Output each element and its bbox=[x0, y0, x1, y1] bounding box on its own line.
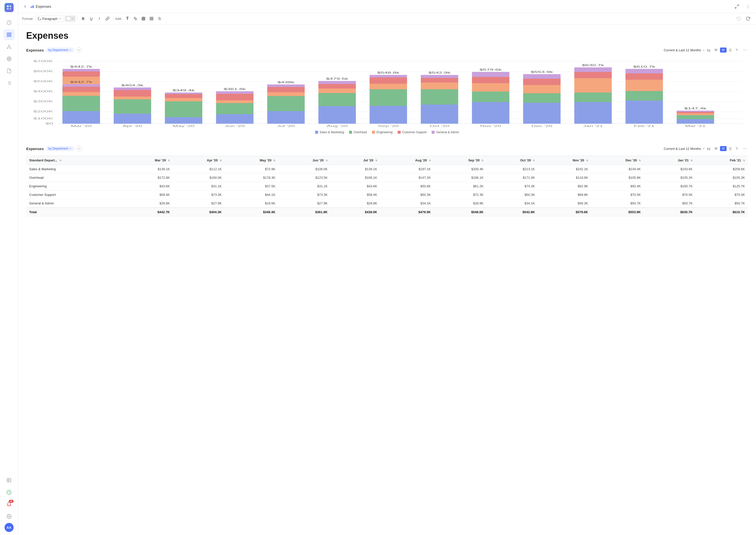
chart-filter-pill-1[interactable]: by Department bbox=[46, 47, 74, 53]
sidebar-item-network[interactable] bbox=[4, 41, 15, 52]
bar-group-apr20[interactable]: $404.3k Apr '20 bbox=[114, 84, 151, 127]
sidebar-item-settings[interactable] bbox=[4, 511, 15, 522]
legend-label-admin: General & Admin bbox=[436, 130, 459, 134]
app-logo[interactable] bbox=[5, 3, 14, 12]
col-header-feb21[interactable]: Feb '21 ⇅ bbox=[696, 156, 748, 165]
bar-group-jul20[interactable]: $438k Jul '20 bbox=[267, 81, 305, 127]
redo-btn[interactable] bbox=[744, 14, 752, 23]
bar-group-nov20[interactable]: $579.6k Nov '20 bbox=[472, 69, 509, 127]
svg-rect-87 bbox=[165, 93, 202, 94]
sidebar-item-target[interactable] bbox=[4, 53, 15, 64]
cell-value: $106.0K bbox=[278, 165, 331, 174]
col-header-oct20[interactable]: Oct '20 ⇅ bbox=[486, 156, 538, 165]
col-header-dept[interactable]: Standard Depart... ⇅ bbox=[26, 156, 121, 165]
period-w-1[interactable]: W bbox=[712, 47, 719, 53]
add-chart-btn[interactable] bbox=[132, 15, 139, 22]
bar-group-oct20[interactable]: $542.9k Oct '20 bbox=[421, 71, 458, 127]
period-q-1[interactable]: Q bbox=[727, 47, 733, 53]
bar-group-mar21[interactable]: $147.4k Mar '21 bbox=[677, 107, 714, 127]
svg-rect-26 bbox=[33, 5, 34, 8]
sidebar-item-notifications[interactable]: 22 bbox=[4, 499, 15, 510]
bar-group-may20[interactable]: $349.4k May '20 bbox=[165, 89, 202, 127]
cell-value: $105.2K bbox=[696, 174, 748, 182]
sidebar-item-list[interactable] bbox=[4, 77, 15, 89]
add-filter-btn-1[interactable]: + bbox=[76, 47, 82, 53]
svg-point-37 bbox=[159, 18, 161, 20]
underline-btn[interactable]: U bbox=[88, 15, 95, 22]
time-filter-label-2: Current & Last 12 Months bbox=[664, 147, 701, 151]
sidebar-item-analytics[interactable] bbox=[4, 29, 15, 40]
col-header-jan21[interactable]: Jan '21 ⇅ bbox=[644, 156, 696, 165]
chart-more-btn-2[interactable] bbox=[742, 146, 748, 152]
svg-rect-21 bbox=[7, 478, 11, 482]
col-header-apr20[interactable]: Apr '20 ⇅ bbox=[173, 156, 225, 165]
col-header-nov20[interactable]: Nov '20 ⇅ bbox=[538, 156, 591, 165]
svg-rect-99 bbox=[267, 92, 305, 96]
sidebar-item-dashboard[interactable] bbox=[4, 17, 15, 28]
legend-dot-overhead bbox=[349, 131, 352, 134]
format-bar-right bbox=[735, 14, 752, 23]
add-filter-btn-2[interactable]: + bbox=[76, 146, 82, 151]
cell-value: $123.5K bbox=[278, 174, 331, 182]
cell-total-value: $404.3K bbox=[173, 208, 225, 216]
period-q-2[interactable]: Q bbox=[727, 146, 733, 151]
sidebar-item-clock[interactable] bbox=[4, 487, 15, 498]
italic-btn[interactable]: I bbox=[96, 15, 103, 22]
add-grid-btn[interactable] bbox=[148, 15, 155, 22]
link-btn[interactable] bbox=[104, 15, 111, 22]
period-m-2[interactable]: M bbox=[720, 146, 727, 151]
main-content: Expenses Format: Paragraph bbox=[18, 0, 756, 535]
svg-rect-86 bbox=[165, 94, 202, 98]
bar-group-jan21[interactable]: $630.7k Jan '21 bbox=[574, 64, 612, 127]
col-header-jul20[interactable]: Jul '20 ⇅ bbox=[331, 156, 380, 165]
by-label-1: by bbox=[707, 48, 711, 52]
chart-more-btn-1[interactable] bbox=[742, 47, 748, 53]
cell-value: $31.1K bbox=[278, 182, 331, 190]
period-y-2[interactable]: Y bbox=[734, 146, 740, 151]
user-avatar[interactable]: AA bbox=[5, 523, 14, 532]
time-filter-1[interactable]: Current & Last 12 Months bbox=[664, 48, 705, 52]
svg-text:$579.6k: $579.6k bbox=[480, 69, 502, 71]
add-table-btn[interactable] bbox=[140, 15, 147, 22]
sidebar-item-document[interactable] bbox=[4, 65, 15, 76]
bold-btn[interactable]: B bbox=[80, 15, 87, 22]
cell-value: $34.1K bbox=[380, 199, 434, 208]
bar-group-aug20[interactable]: $479.5k Aug '20 bbox=[318, 77, 356, 127]
bar-group-feb21[interactable]: $610.7k Feb '21 bbox=[625, 65, 663, 127]
legend-dot-admin bbox=[432, 131, 435, 134]
col-header-mar20[interactable]: Mar '20 ⇅ bbox=[121, 156, 173, 165]
bar-chart-1: $700K $600K $500K $400K $300K $200K $100… bbox=[26, 57, 748, 137]
svg-rect-98 bbox=[267, 96, 305, 111]
bar-group-sep20[interactable]: $548.8k Sep '20 bbox=[370, 71, 407, 127]
cell-value: $242.1K bbox=[538, 165, 591, 174]
expand-btn[interactable] bbox=[733, 3, 741, 11]
period-btns-2: W M Q Y bbox=[712, 146, 740, 151]
chart-filter-pill-2[interactable]: by Department bbox=[46, 146, 74, 151]
time-filter-2[interactable]: Current & Last 12 Months bbox=[664, 147, 705, 151]
col-header-aug20[interactable]: Aug '20 ⇅ bbox=[380, 156, 434, 165]
sidebar: 22 AA bbox=[0, 0, 18, 535]
period-w-2[interactable]: W bbox=[712, 146, 719, 151]
color-picker[interactable] bbox=[65, 15, 76, 22]
col-header-sep20[interactable]: Sep '20 ⇅ bbox=[434, 156, 487, 165]
undo-btn[interactable] bbox=[735, 14, 743, 23]
bar-group-mar20[interactable]: $442.7k Mar '20 bbox=[62, 81, 100, 127]
add-insight-btn[interactable] bbox=[156, 15, 163, 22]
cell-value: $200.4K bbox=[434, 165, 487, 174]
period-y-1[interactable]: Y bbox=[734, 47, 740, 53]
bar-group-jun20[interactable]: $361.8k Jun '20 bbox=[216, 88, 254, 127]
sidebar-item-table[interactable] bbox=[4, 475, 15, 486]
col-header-dec20[interactable]: Dec '20 ⇅ bbox=[591, 156, 644, 165]
bar-group-dec20[interactable]: $553.9k Dec '20 bbox=[523, 70, 561, 127]
period-m-1[interactable]: M bbox=[720, 47, 727, 53]
col-header-may20[interactable]: May '20 ⇅ bbox=[225, 156, 278, 165]
svg-rect-2 bbox=[7, 8, 8, 10]
cell-value: $72.3K bbox=[434, 190, 487, 199]
collapse-sidebar-btn[interactable] bbox=[22, 3, 28, 11]
add-text-btn[interactable]: T bbox=[124, 15, 131, 22]
svg-rect-133 bbox=[523, 93, 561, 103]
paragraph-dropdown[interactable]: Paragraph bbox=[36, 15, 64, 22]
svg-rect-69 bbox=[62, 111, 100, 124]
more-options-btn[interactable] bbox=[744, 3, 752, 11]
col-header-jun20[interactable]: Jun '20 ⇅ bbox=[278, 156, 331, 165]
